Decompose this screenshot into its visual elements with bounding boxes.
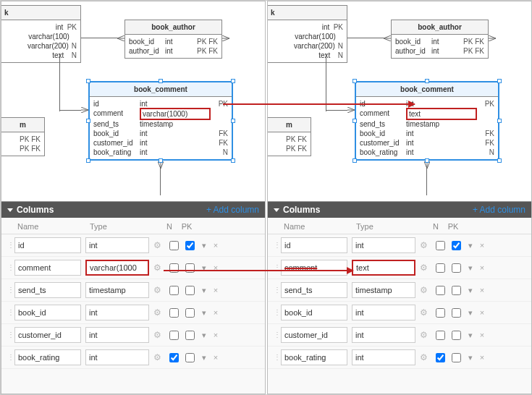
column-type-input[interactable]: int [352,327,415,343]
drag-handle-icon[interactable]: ⋮⋮ [7,242,14,249]
delete-icon[interactable]: × [211,286,221,294]
entity-book-comment[interactable]: book_comment idintPKcommentvarchar(1000)… [88,81,233,161]
collapse-icon[interactable] [274,208,279,212]
delete-icon[interactable]: × [211,353,221,362]
column-name-input[interactable]: customer_id [281,327,347,343]
nullable-checkbox[interactable] [432,331,448,340]
delete-icon[interactable]: × [477,286,487,294]
column-type-input[interactable]: int [352,305,415,320]
add-column-button[interactable]: + Add column [473,205,525,215]
drag-handle-icon[interactable]: ⋮⋮ [7,354,14,361]
nullable-checkbox[interactable] [432,286,448,295]
gear-icon[interactable]: ⚙ [153,263,161,273]
column-type-input[interactable]: int [85,305,149,320]
selection-handle[interactable] [159,158,163,163]
gear-icon[interactable]: ⚙ [153,285,161,295]
nullable-checkbox[interactable] [432,241,448,250]
gear-icon[interactable]: ⚙ [420,285,428,295]
delete-icon[interactable]: × [211,331,221,339]
gear-icon[interactable]: ⚙ [420,263,428,273]
column-type-input[interactable]: int [352,237,415,253]
selection-handle[interactable] [86,119,90,123]
entity-partial[interactable]: m PK FKPK FK [268,117,311,156]
column-type-input[interactable]: varchar(1000 [85,260,149,276]
entity-book-author[interactable]: book_author book_idintPK FKauthor_idintP… [391,20,489,59]
entity-book-author[interactable]: book_author book_idintPK FKauthor_idintP… [124,20,222,59]
drag-handle-icon[interactable]: ⋮⋮ [274,309,281,316]
pk-checkbox[interactable] [448,286,464,295]
column-type-input[interactable]: int [85,349,149,365]
drag-handle-icon[interactable]: ⋮⋮ [274,331,281,339]
column-type-input[interactable]: timestamp [352,282,415,298]
column-name-input[interactable]: customer_id [14,327,81,343]
delete-icon[interactable]: × [211,308,221,317]
drag-handle-icon[interactable]: ⋮⋮ [7,286,14,294]
drag-handle-icon[interactable]: ⋮⋮ [7,331,14,339]
drag-handle-icon[interactable]: ⋮⋮ [7,264,14,271]
selection-handle[interactable] [352,158,357,163]
selection-handle[interactable] [352,119,357,123]
column-name-input[interactable]: book_id [281,305,347,320]
column-type-input[interactable]: int [85,327,149,343]
erd-canvas-left[interactable]: k intPKvarchar(100)varchar(200)NtextN bo… [1,1,265,200]
drag-handle-icon[interactable]: ⋮⋮ [274,354,281,361]
more-icon[interactable]: ▾ [198,353,211,362]
pk-checkbox[interactable] [448,263,464,273]
column-type-input[interactable]: timestamp [85,282,149,298]
gear-icon[interactable]: ⚙ [420,240,428,250]
more-icon[interactable]: ▾ [198,331,211,340]
column-type-input[interactable]: text [352,260,415,276]
column-name-input[interactable]: send_ts [281,282,347,298]
entity-book[interactable]: k intPKvarchar(100)varchar(200)NtextN [1,5,81,63]
more-icon[interactable]: ▾ [198,308,211,318]
drag-handle-icon[interactable]: ⋮⋮ [274,242,281,249]
delete-icon[interactable]: × [477,331,487,339]
column-type-input[interactable]: int [85,237,149,253]
column-name-input[interactable]: book_rating [281,349,347,365]
delete-icon[interactable]: × [477,353,487,362]
nullable-checkbox[interactable] [166,353,182,362]
drag-handle-icon[interactable]: ⋮⋮ [7,309,14,316]
selection-handle[interactable] [86,158,90,163]
add-column-button[interactable]: + Add column [206,205,259,215]
column-name-input[interactable]: book_rating [14,349,81,365]
more-icon[interactable]: ▾ [198,241,211,250]
delete-icon[interactable]: × [477,241,487,250]
column-name-input[interactable]: comment [281,260,347,276]
nullable-checkbox[interactable] [166,286,182,295]
pk-checkbox[interactable] [182,308,198,318]
delete-icon[interactable]: × [477,308,487,317]
more-icon[interactable]: ▾ [464,286,477,295]
entity-partial[interactable]: m PK FKPK FK [1,117,45,156]
nullable-checkbox[interactable] [166,331,182,340]
nullable-checkbox[interactable] [432,353,448,362]
columns-panel-header[interactable]: Columns + Add column [1,202,265,218]
more-icon[interactable]: ▾ [464,308,477,318]
delete-icon[interactable]: × [211,241,221,250]
pk-checkbox[interactable] [448,331,464,340]
more-icon[interactable]: ▾ [198,286,211,295]
collapse-icon[interactable] [7,208,13,212]
gear-icon[interactable]: ⚙ [420,307,428,318]
gear-icon[interactable]: ⚙ [153,240,161,250]
selection-handle[interactable] [231,79,235,83]
erd-canvas-right[interactable]: k intPKvarchar(100)varchar(200)NtextN bo… [268,1,531,200]
drag-handle-icon[interactable]: ⋮⋮ [274,286,281,294]
gear-icon[interactable]: ⚙ [420,352,428,362]
selection-handle[interactable] [425,79,429,83]
column-name-input[interactable]: send_ts [14,282,81,298]
selection-handle[interactable] [497,158,502,163]
selection-handle[interactable] [231,158,235,163]
column-type-input[interactable]: int [352,349,415,365]
gear-icon[interactable]: ⚙ [153,330,161,340]
selection-handle[interactable] [159,79,163,83]
more-icon[interactable]: ▾ [464,241,477,250]
selection-handle[interactable] [425,158,429,163]
selection-handle[interactable] [497,119,502,123]
gear-icon[interactable]: ⚙ [153,307,161,318]
gear-icon[interactable]: ⚙ [420,330,428,340]
pk-checkbox[interactable] [448,241,464,250]
selection-handle[interactable] [86,79,90,83]
nullable-checkbox[interactable] [432,263,448,273]
gear-icon[interactable]: ⚙ [153,352,161,362]
